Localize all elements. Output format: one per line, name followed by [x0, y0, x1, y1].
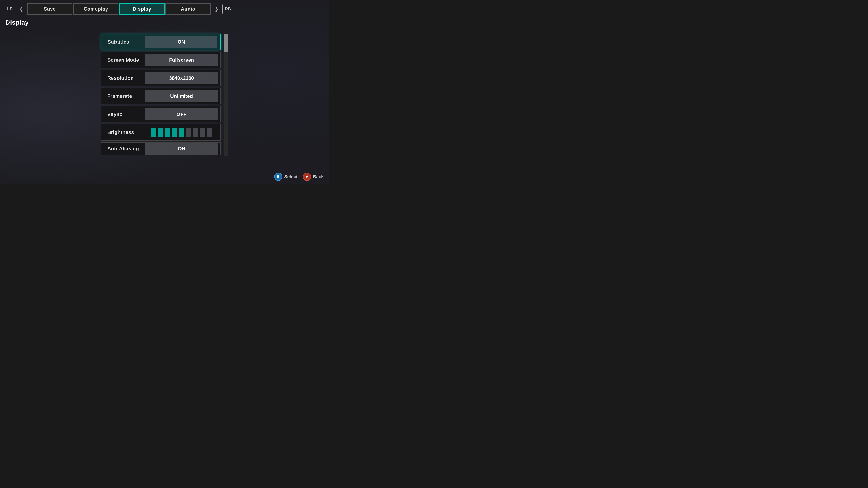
- lb-button[interactable]: LB: [4, 4, 16, 14]
- brightness-segment-2: [164, 128, 170, 137]
- setting-row-framerate[interactable]: FramerateUnlimited: [101, 88, 221, 104]
- bottom-action-back[interactable]: ABack: [303, 173, 324, 181]
- btn-a: A: [303, 173, 311, 181]
- setting-value-screen_mode: Fullscreen: [145, 54, 218, 66]
- bottom-action-label-back: Back: [313, 174, 324, 180]
- nav-tab-display[interactable]: Display: [119, 3, 164, 15]
- brightness-segment-0: [151, 128, 156, 137]
- settings-container: SubtitlesONScreen ModeFullscreenResoluti…: [0, 29, 329, 156]
- setting-label-screen_mode: Screen Mode: [101, 57, 145, 63]
- settings-list: SubtitlesONScreen ModeFullscreenResoluti…: [101, 34, 221, 155]
- btn-b: B: [274, 173, 282, 181]
- setting-row-brightness[interactable]: Brightness: [101, 124, 221, 140]
- bottom-action-select[interactable]: BSelect: [274, 173, 298, 181]
- right-arrow[interactable]: ❯: [213, 5, 221, 13]
- setting-row-screen_mode[interactable]: Screen ModeFullscreen: [101, 52, 221, 68]
- nav-tabs: SaveGameplayDisplayAudio: [27, 3, 211, 15]
- brightness-segment-7: [199, 128, 206, 137]
- brightness-segment-8: [207, 128, 213, 137]
- nav-tab-save[interactable]: Save: [27, 3, 72, 15]
- bottom-action-label-select: Select: [284, 174, 298, 180]
- scrollbar[interactable]: [224, 34, 228, 156]
- setting-label-resolution: Resolution: [101, 75, 145, 81]
- rb-button[interactable]: RB: [222, 4, 233, 14]
- left-arrow[interactable]: ❮: [17, 5, 25, 13]
- setting-row-vsync[interactable]: VsyncOFF: [101, 106, 221, 123]
- top-navigation: LB ❮ SaveGameplayDisplayAudio ❯ RB: [0, 0, 329, 18]
- setting-label-brightness: Brightness: [101, 129, 145, 135]
- brightness-segment-4: [179, 128, 184, 137]
- page-title: Display: [5, 19, 324, 26]
- brightness-segment-1: [158, 128, 163, 137]
- brightness-bar: [145, 127, 218, 138]
- nav-tab-audio[interactable]: Audio: [165, 3, 211, 15]
- setting-row-resolution[interactable]: Resolution3840x2160: [101, 70, 221, 86]
- setting-value-resolution: 3840x2160: [145, 72, 218, 84]
- scrollbar-thumb: [224, 34, 228, 52]
- setting-label-anti_aliasing: Anti-Aliasing: [101, 146, 145, 152]
- setting-row-subtitles[interactable]: SubtitlesON: [101, 34, 221, 50]
- brightness-segment-6: [193, 128, 198, 137]
- main-content: LB ❮ SaveGameplayDisplayAudio ❯ RB Displ…: [0, 0, 329, 184]
- setting-label-subtitles: Subtitles: [101, 39, 145, 45]
- setting-value-vsync: OFF: [145, 108, 218, 120]
- setting-value-framerate: Unlimited: [145, 90, 218, 102]
- brightness-segment-3: [172, 128, 178, 137]
- page-title-bar: Display: [0, 18, 329, 29]
- nav-tab-gameplay[interactable]: Gameplay: [73, 3, 119, 15]
- setting-label-vsync: Vsync: [101, 111, 145, 117]
- setting-value-subtitles: ON: [145, 36, 217, 48]
- setting-row-anti_aliasing[interactable]: Anti-AliasingON: [101, 142, 221, 155]
- bottom-bar: BSelectABack: [274, 173, 324, 181]
- brightness-segment-5: [186, 128, 191, 137]
- setting-value-anti_aliasing: ON: [145, 143, 218, 155]
- setting-label-framerate: Framerate: [101, 93, 145, 99]
